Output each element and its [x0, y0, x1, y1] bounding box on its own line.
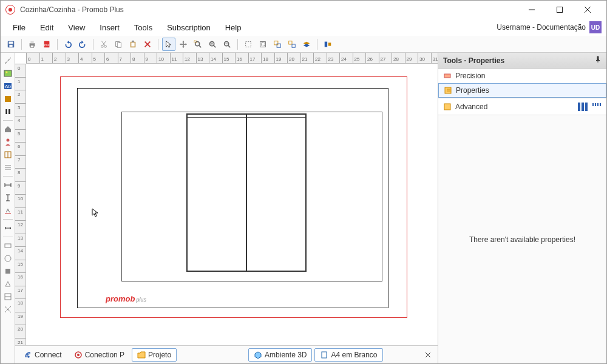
pointer-icon[interactable]	[162, 38, 175, 51]
left-toolbar: Ab A	[1, 53, 15, 363]
extra2-tool-icon[interactable]	[2, 253, 13, 264]
user-avatar[interactable]: UD	[589, 21, 602, 33]
menu-tools[interactable]: Tools	[127, 21, 160, 35]
cut-icon[interactable]	[97, 38, 110, 51]
extra3-tool-icon[interactable]	[2, 266, 13, 277]
panel-header: Tools - Properties	[438, 53, 606, 69]
svg-line-24	[199, 45, 202, 47]
main-toolbar: PDF	[1, 36, 606, 53]
pdf-icon[interactable]: PDF	[40, 38, 53, 51]
svg-rect-5	[9, 41, 13, 44]
print-icon[interactable]	[25, 38, 39, 51]
svg-rect-19	[131, 42, 134, 46]
svg-text:A: A	[5, 207, 9, 214]
copy-icon[interactable]	[112, 38, 125, 51]
person-tool-icon[interactable]	[2, 136, 13, 147]
cabinet-object[interactable]	[186, 113, 307, 272]
barcode-tool-icon[interactable]	[2, 106, 13, 117]
svg-rect-76	[322, 352, 327, 358]
svg-rect-9	[30, 45, 33, 47]
align-icon[interactable]	[321, 38, 334, 51]
dim-h-tool-icon[interactable]	[2, 180, 13, 190]
menu-file[interactable]: File	[5, 21, 33, 35]
tab-precision[interactable]: Precision	[438, 69, 606, 83]
svg-rect-1	[557, 7, 563, 13]
paste-icon[interactable]	[126, 38, 140, 51]
measure-tool-icon[interactable]	[2, 223, 13, 234]
svg-rect-37	[277, 44, 280, 47]
tab-a4-branco[interactable]: A4 em Branco	[314, 348, 382, 362]
horizontal-ruler: 0123456789101112131415161718192021222324…	[26, 53, 438, 64]
svg-point-44	[5, 72, 7, 73]
panel-empty-message: There aren't available properties!	[438, 115, 606, 363]
menu-view[interactable]: View	[61, 21, 92, 35]
group-icon[interactable]	[271, 38, 284, 51]
tab-ambiente3d[interactable]: Ambiente 3D	[248, 348, 312, 362]
pan-icon[interactable]	[177, 38, 190, 51]
svg-rect-51	[9, 109, 10, 114]
minimize-button[interactable]	[518, 1, 546, 19]
image-tool-icon[interactable]	[2, 68, 13, 79]
extra4-tool-icon[interactable]	[2, 278, 13, 289]
svg-rect-36	[274, 41, 278, 44]
annotate-tool-icon[interactable]: A	[2, 205, 13, 216]
pin-icon[interactable]	[594, 56, 602, 65]
menu-insert[interactable]: Insert	[92, 21, 127, 35]
svg-text:Ab: Ab	[5, 84, 11, 89]
tab-close-icon[interactable]	[422, 349, 434, 361]
close-button[interactable]	[574, 1, 602, 19]
cabinet-tool-icon[interactable]	[2, 149, 13, 160]
redo-icon[interactable]	[76, 38, 89, 51]
advanced-label[interactable]: Advanced	[455, 103, 487, 111]
view-columns-icon[interactable]	[577, 103, 588, 111]
zoom-in-icon[interactable]	[206, 38, 219, 51]
home-tool-icon[interactable]	[2, 124, 13, 135]
delete-icon[interactable]	[141, 38, 154, 51]
tab-connect[interactable]: Connect	[19, 348, 67, 362]
svg-point-13	[104, 45, 107, 47]
app-icon	[5, 5, 15, 15]
svg-rect-47	[5, 96, 11, 102]
svg-rect-8	[30, 41, 33, 43]
zoom-window-icon[interactable]	[191, 38, 205, 51]
cursor-icon	[92, 208, 99, 220]
view-grid-icon[interactable]	[592, 103, 602, 111]
svg-rect-33	[246, 41, 251, 47]
promob-logo: promobplus	[106, 294, 146, 303]
tab-conection-p[interactable]: Conection P	[69, 348, 129, 362]
ungroup-icon[interactable]	[285, 38, 299, 51]
menu-help[interactable]: Help	[218, 21, 249, 35]
svg-rect-49	[6, 109, 7, 114]
save-icon[interactable]	[4, 38, 18, 51]
maximize-button[interactable]	[546, 1, 574, 19]
svg-point-12	[101, 45, 104, 47]
crop-icon[interactable]	[242, 38, 255, 51]
titlebar: Cozinha/Cozinha - Promob Plus	[1, 1, 606, 19]
panel-subheader: Advanced	[438, 98, 606, 115]
line-tool-icon[interactable]	[2, 55, 13, 66]
shape-tool-icon[interactable]	[2, 93, 13, 104]
svg-text:PDF: PDF	[44, 43, 50, 46]
extra5-tool-icon[interactable]	[2, 291, 13, 302]
layers-icon[interactable]	[300, 38, 313, 51]
tab-projeto[interactable]: Projeto	[132, 348, 177, 362]
menu-edit[interactable]: Edit	[33, 21, 61, 35]
text-tool-icon[interactable]: Ab	[2, 81, 13, 92]
canvas-zone: 0123456789101112131415161718192021222324…	[15, 53, 438, 363]
zoom-out-icon[interactable]	[220, 38, 234, 51]
advanced-icon	[443, 103, 452, 111]
menu-subscription[interactable]: Subscription	[160, 21, 218, 35]
extra6-tool-icon[interactable]	[2, 304, 13, 315]
svg-rect-48	[5, 109, 5, 114]
crop2-icon[interactable]	[256, 38, 270, 51]
svg-rect-35	[261, 42, 264, 46]
list-tool-icon[interactable]	[2, 162, 13, 173]
svg-rect-40	[325, 41, 327, 47]
svg-rect-67	[5, 244, 11, 248]
tab-properties[interactable]: Properties	[438, 83, 606, 98]
dim-v-tool-icon[interactable]	[2, 192, 13, 203]
extra1-tool-icon[interactable]	[2, 240, 13, 251]
undo-icon[interactable]	[61, 38, 75, 51]
canvas[interactable]: promobplus	[26, 64, 438, 345]
properties-panel: Tools - Properties Precision Properties …	[438, 53, 606, 363]
